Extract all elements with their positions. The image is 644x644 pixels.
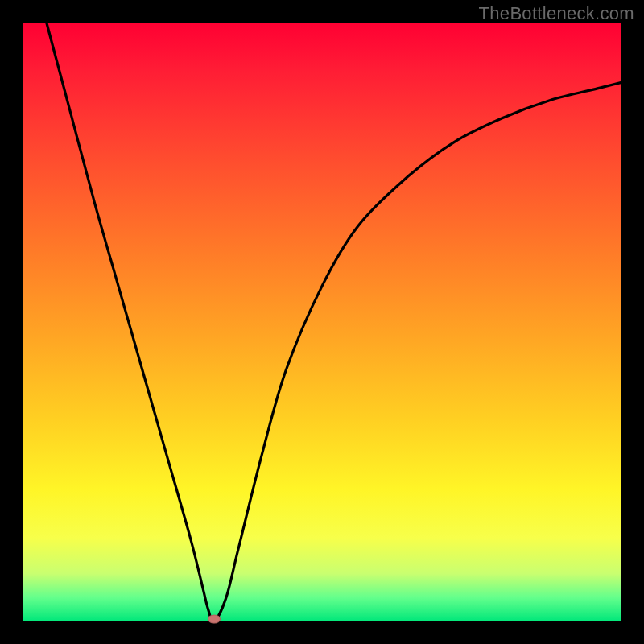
optimal-point-marker	[208, 615, 221, 624]
chart-frame: TheBottleneck.com	[0, 0, 644, 644]
plot-area	[23, 23, 621, 621]
watermark-text: TheBottleneck.com	[479, 3, 634, 24]
bottleneck-curve	[23, 23, 621, 621]
